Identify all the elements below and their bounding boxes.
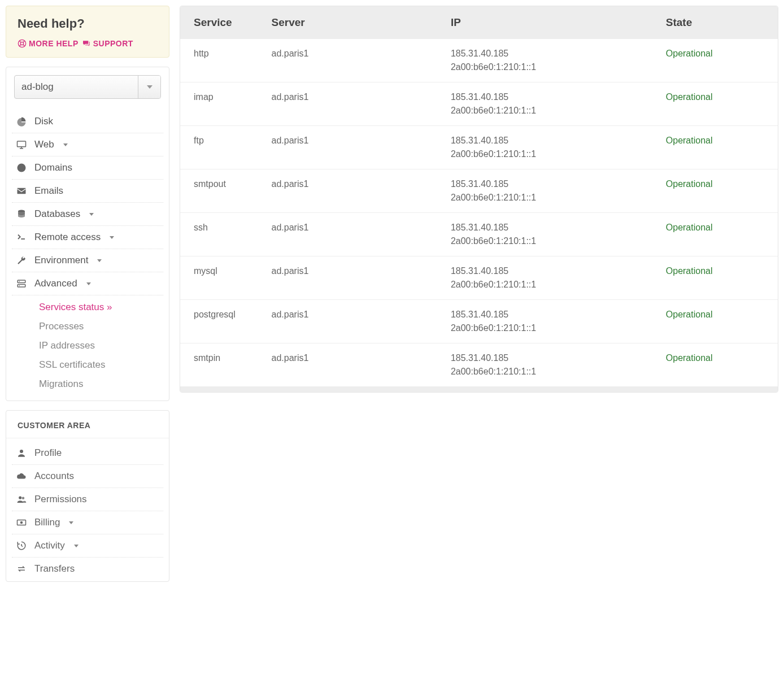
main-nav-panel: ad-blog DiskWebDomainsEmailsDatabasesRem…	[6, 67, 169, 401]
nav-item-advanced[interactable]: Advanced	[12, 272, 163, 295]
globe-icon	[16, 163, 27, 173]
table-row: sshad.paris1185.31.40.1852a00:b6e0:1:210…	[180, 213, 778, 256]
server-icon	[16, 278, 27, 289]
cloud-icon	[16, 471, 27, 481]
nav-item-databases[interactable]: Databases	[12, 203, 163, 226]
cell-server: ad.paris1	[258, 300, 437, 343]
nav-item-domains[interactable]: Domains	[12, 156, 163, 180]
nav-item-label: Remote access	[34, 232, 101, 243]
cell-ip6: 2a00:b6e0:1:210:1::1	[451, 104, 639, 117]
nav-item-emails[interactable]: Emails	[12, 180, 163, 203]
customer-item-billing[interactable]: Billing	[12, 511, 163, 534]
help-title: Need help?	[18, 16, 158, 31]
nav-item-label: Databases	[34, 208, 80, 220]
nav-item-environment[interactable]: Environment	[12, 249, 163, 272]
nav-item-label: Advanced	[34, 278, 77, 289]
subnav-item-ip-addresses[interactable]: IP addresses	[39, 336, 163, 355]
account-selector-toggle[interactable]	[138, 76, 160, 98]
table-row: smtpoutad.paris1185.31.40.1852a00:b6e0:1…	[180, 169, 778, 213]
comments-icon	[82, 39, 91, 48]
envelope-icon	[16, 186, 27, 196]
cell-ip: 185.31.40.1852a00:b6e0:1:210:1::1	[437, 39, 652, 82]
terminal-icon	[16, 232, 27, 242]
customer-item-label: Transfers	[34, 563, 75, 575]
table-footer	[180, 386, 778, 392]
cell-state: Operational	[652, 126, 778, 169]
database-icon	[16, 209, 27, 219]
cell-ip6: 2a00:b6e0:1:210:1::1	[451, 147, 639, 161]
wrench-icon	[16, 255, 27, 266]
table-row: ftpad.paris1185.31.40.1852a00:b6e0:1:210…	[180, 126, 778, 169]
customer-item-transfers[interactable]: Transfers	[12, 558, 163, 580]
cell-state: Operational	[652, 343, 778, 387]
customer-panel: CUSTOMER AREA ProfileAccountsPermissions…	[6, 410, 169, 582]
caret-down-icon	[110, 236, 114, 239]
cell-ip4: 185.31.40.185	[451, 90, 639, 104]
account-selector-value: ad-blog	[15, 76, 138, 98]
nav-item-web[interactable]: Web	[12, 133, 163, 156]
subnav-item-services-status[interactable]: Services status »	[39, 298, 163, 317]
table-row: httpad.paris1185.31.40.1852a00:b6e0:1:21…	[180, 39, 778, 82]
services-table-wrap: Service Server IP State httpad.paris1185…	[180, 6, 778, 393]
customer-item-profile[interactable]: Profile	[12, 442, 163, 465]
nav-item-label: Emails	[34, 185, 63, 197]
support-link[interactable]: SUPPORT	[82, 39, 133, 48]
cell-state: Operational	[652, 39, 778, 82]
cell-service: ftp	[180, 126, 258, 169]
subnav-item-migrations[interactable]: Migrations	[39, 375, 163, 394]
customer-item-label: Profile	[34, 447, 62, 459]
cell-service: http	[180, 39, 258, 82]
customer-item-permissions[interactable]: Permissions	[12, 488, 163, 511]
cell-state: Operational	[652, 213, 778, 256]
caret-down-icon	[89, 213, 94, 216]
cell-server: ad.paris1	[258, 213, 437, 256]
life-ring-icon	[18, 39, 27, 48]
cell-ip4: 185.31.40.185	[451, 177, 639, 191]
cell-ip4: 185.31.40.185	[451, 221, 639, 234]
cell-ip4: 185.31.40.185	[451, 351, 639, 365]
cell-server: ad.paris1	[258, 343, 437, 387]
col-ip: IP	[437, 6, 652, 39]
subnav-item-ssl-certificates[interactable]: SSL certificates	[39, 355, 163, 375]
caret-down-icon	[97, 259, 102, 262]
account-selector[interactable]: ad-blog	[14, 75, 161, 99]
cell-service: mysql	[180, 256, 258, 300]
cell-server: ad.paris1	[258, 169, 437, 213]
cell-server: ad.paris1	[258, 39, 437, 82]
monitor-icon	[16, 140, 27, 150]
cell-server: ad.paris1	[258, 256, 437, 300]
cell-ip: 185.31.40.1852a00:b6e0:1:210:1::1	[437, 82, 652, 126]
cell-ip4: 185.31.40.185	[451, 264, 639, 278]
cell-ip: 185.31.40.1852a00:b6e0:1:210:1::1	[437, 169, 652, 213]
history-icon	[16, 541, 27, 551]
col-state: State	[652, 6, 778, 39]
more-help-link[interactable]: MORE HELP	[18, 39, 79, 48]
caret-down-icon	[69, 521, 73, 524]
nav-item-disk[interactable]: Disk	[12, 110, 163, 133]
cell-service: imap	[180, 82, 258, 126]
subnav-item-processes[interactable]: Processes	[39, 317, 163, 336]
table-row: mysqlad.paris1185.31.40.1852a00:b6e0:1:2…	[180, 256, 778, 300]
cell-state: Operational	[652, 169, 778, 213]
cell-ip4: 185.31.40.185	[451, 308, 639, 321]
nav-item-label: Domains	[34, 162, 72, 173]
nav-item-label: Web	[34, 139, 54, 150]
cell-ip4: 185.31.40.185	[451, 134, 639, 147]
more-help-label: MORE HELP	[29, 39, 79, 48]
cell-service: postgresql	[180, 300, 258, 343]
nav-item-remote-access[interactable]: Remote access	[12, 226, 163, 249]
customer-item-label: Permissions	[34, 494, 87, 505]
cell-service: smtpin	[180, 343, 258, 387]
caret-down-icon	[74, 545, 79, 547]
cell-ip4: 185.31.40.185	[451, 47, 639, 60]
cell-service: ssh	[180, 213, 258, 256]
customer-heading: CUSTOMER AREA	[6, 411, 169, 438]
services-table: Service Server IP State httpad.paris1185…	[180, 6, 778, 386]
cell-ip: 185.31.40.1852a00:b6e0:1:210:1::1	[437, 126, 652, 169]
customer-item-activity[interactable]: Activity	[12, 534, 163, 558]
customer-item-label: Accounts	[34, 471, 74, 482]
caret-down-icon	[147, 85, 153, 89]
user-icon	[16, 448, 27, 458]
customer-item-label: Activity	[34, 540, 65, 551]
customer-item-accounts[interactable]: Accounts	[12, 465, 163, 488]
